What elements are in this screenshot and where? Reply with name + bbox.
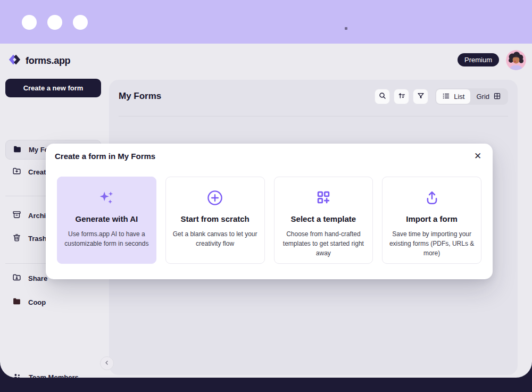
create-options: Generate with AI Use forms.app AI to hav… [57, 177, 481, 261]
premium-badge[interactable]: Premium [458, 53, 499, 66]
card-generate-with-ai[interactable]: Generate with AI Use forms.app AI to hav… [57, 177, 156, 264]
page-title: My Forms [119, 91, 161, 102]
view-toggle-list[interactable]: List [436, 89, 470, 104]
team-members-icon [12, 372, 22, 383]
search-icon [378, 91, 387, 102]
archive-icon [12, 210, 21, 221]
grid-icon [493, 92, 501, 102]
window-control-dot[interactable] [22, 15, 37, 30]
create-form-modal: Create a form in My Forms ✕ Generate wit… [46, 144, 493, 279]
upload-icon [389, 188, 475, 207]
app-header: forms.app Premium [0, 44, 532, 78]
trash-icon [12, 233, 21, 244]
card-start-from-scratch[interactable]: Start from scratch Get a blank canvas to… [165, 177, 265, 264]
window-control-dot[interactable] [73, 15, 88, 30]
create-new-form-button[interactable]: Create a new form [5, 79, 101, 97]
plus-circle-icon [172, 188, 258, 207]
card-select-a-template[interactable]: Select a template Choose from hand-craft… [274, 177, 373, 264]
forms-app-logo-icon [7, 53, 22, 69]
app-window: forms.app Premium [0, 0, 532, 392]
card-import-a-form[interactable]: Import a form Save time by importing you… [382, 177, 481, 264]
logo[interactable]: forms.app [7, 53, 70, 69]
toolbar-divider [119, 116, 508, 116]
view-toggle: List Grid [435, 88, 508, 105]
search-button[interactable] [375, 89, 390, 104]
toolbar: List Grid [375, 88, 508, 105]
user-avatar[interactable] [506, 50, 526, 70]
filter-icon [417, 91, 425, 102]
logo-text: forms.app [26, 55, 70, 66]
filter-button[interactable] [413, 89, 428, 104]
sidebar-collapse-button[interactable] [100, 356, 114, 370]
solid-folder-icon [12, 297, 21, 307]
close-icon[interactable]: ✕ [471, 149, 485, 163]
folder-icon [13, 145, 22, 155]
list-icon [442, 92, 450, 102]
shared-folder-icon [12, 273, 21, 283]
sidebar-item-team-members[interactable]: Team Members [5, 368, 101, 386]
template-grid-icon [281, 188, 367, 207]
view-toggle-grid[interactable]: Grid [470, 89, 507, 104]
modal-title: Create a form in My Forms [55, 152, 155, 161]
titlebar [0, 0, 532, 44]
sort-icon [397, 91, 406, 102]
sparkles-icon [64, 188, 149, 207]
mouse-cursor [345, 27, 347, 30]
folder-plus-icon [12, 166, 21, 177]
chevron-left-icon [104, 358, 110, 368]
sidebar-item-coop-folder[interactable]: Coop [5, 293, 101, 311]
sort-button[interactable] [394, 89, 409, 104]
window-control-dot[interactable] [47, 15, 62, 30]
